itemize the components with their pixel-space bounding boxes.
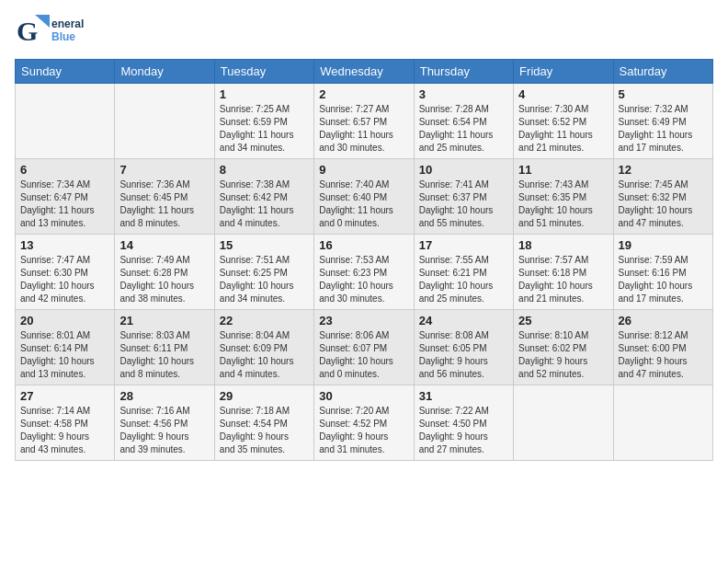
week-row-5: 27Sunrise: 7:14 AMSunset: 4:58 PMDayligh…: [16, 385, 713, 461]
day-number: 19: [619, 238, 708, 252]
day-info: Sunrise: 7:38 AMSunset: 6:42 PMDaylight:…: [220, 178, 309, 230]
day-cell: [514, 385, 613, 461]
day-number: 9: [319, 163, 408, 177]
day-number: 31: [419, 389, 508, 403]
day-number: 29: [220, 389, 309, 403]
day-number: 24: [419, 314, 508, 327]
day-cell: 27Sunrise: 7:14 AMSunset: 4:58 PMDayligh…: [16, 385, 115, 461]
day-cell: 7Sunrise: 7:36 AMSunset: 6:45 PMDaylight…: [115, 159, 214, 235]
day-info: Sunrise: 7:43 AMSunset: 6:35 PMDaylight:…: [518, 178, 608, 230]
day-cell: 5Sunrise: 7:32 AMSunset: 6:49 PMDaylight…: [613, 84, 712, 159]
week-row-2: 6Sunrise: 7:34 AMSunset: 6:47 PMDaylight…: [16, 159, 713, 235]
day-number: 18: [518, 238, 608, 252]
day-info: Sunrise: 7:30 AMSunset: 6:52 PMDaylight:…: [518, 103, 608, 155]
day-cell: 20Sunrise: 8:01 AMSunset: 6:14 PMDayligh…: [16, 310, 115, 385]
day-info: Sunrise: 8:12 AMSunset: 6:00 PMDaylight:…: [619, 329, 708, 381]
day-cell: 22Sunrise: 8:04 AMSunset: 6:09 PMDayligh…: [214, 310, 313, 385]
day-info: Sunrise: 7:27 AMSunset: 6:57 PMDaylight:…: [319, 103, 408, 155]
day-info: Sunrise: 7:14 AMSunset: 4:58 PMDaylight:…: [20, 405, 109, 456]
day-info: Sunrise: 8:01 AMSunset: 6:14 PMDaylight:…: [20, 329, 109, 381]
day-cell: 30Sunrise: 7:20 AMSunset: 4:52 PMDayligh…: [314, 385, 414, 461]
day-number: 23: [319, 314, 408, 327]
week-row-4: 20Sunrise: 8:01 AMSunset: 6:14 PMDayligh…: [16, 310, 713, 385]
day-number: 25: [518, 314, 608, 327]
day-cell: 12Sunrise: 7:45 AMSunset: 6:32 PMDayligh…: [613, 159, 712, 235]
day-cell: 8Sunrise: 7:38 AMSunset: 6:42 PMDaylight…: [214, 159, 313, 235]
day-cell: 6Sunrise: 7:34 AMSunset: 6:47 PMDaylight…: [16, 159, 115, 235]
day-cell: 4Sunrise: 7:30 AMSunset: 6:52 PMDaylight…: [514, 84, 613, 159]
day-number: 26: [619, 314, 708, 327]
week-row-1: 1Sunrise: 7:25 AMSunset: 6:59 PMDaylight…: [16, 84, 713, 159]
day-info: Sunrise: 7:55 AMSunset: 6:21 PMDaylight:…: [419, 254, 508, 305]
day-number: 20: [20, 314, 109, 327]
day-info: Sunrise: 7:40 AMSunset: 6:40 PMDaylight:…: [319, 178, 408, 230]
day-number: 17: [419, 238, 508, 252]
day-number: 21: [119, 314, 209, 327]
day-info: Sunrise: 7:47 AMSunset: 6:30 PMDaylight:…: [20, 254, 109, 305]
day-number: 8: [220, 163, 309, 177]
day-info: Sunrise: 8:06 AMSunset: 6:07 PMDaylight:…: [319, 329, 408, 381]
day-cell: 21Sunrise: 8:03 AMSunset: 6:11 PMDayligh…: [115, 310, 214, 385]
day-info: Sunrise: 8:08 AMSunset: 6:05 PMDaylight:…: [419, 329, 508, 381]
day-info: Sunrise: 7:45 AMSunset: 6:32 PMDaylight:…: [619, 178, 708, 230]
day-number: 4: [518, 87, 608, 101]
svg-text:Blue: Blue: [51, 30, 75, 43]
day-info: Sunrise: 7:22 AMSunset: 4:50 PMDaylight:…: [419, 405, 508, 456]
day-info: Sunrise: 7:28 AMSunset: 6:54 PMDaylight:…: [419, 103, 508, 155]
day-cell: 26Sunrise: 8:12 AMSunset: 6:00 PMDayligh…: [613, 310, 712, 385]
day-info: Sunrise: 8:03 AMSunset: 6:11 PMDaylight:…: [119, 329, 209, 381]
page: G eneral Blue SundayMondayTue: [0, 0, 728, 563]
day-info: Sunrise: 7:51 AMSunset: 6:25 PMDaylight:…: [220, 254, 309, 305]
day-info: Sunrise: 7:49 AMSunset: 6:28 PMDaylight:…: [119, 254, 209, 305]
header: G eneral Blue: [15, 11, 713, 55]
calendar-table: SundayMondayTuesdayWednesdayThursdayFrid…: [15, 59, 713, 461]
weekday-header-row: SundayMondayTuesdayWednesdayThursdayFrid…: [16, 60, 713, 84]
day-info: Sunrise: 7:53 AMSunset: 6:23 PMDaylight:…: [319, 254, 408, 305]
weekday-header-sunday: Sunday: [16, 60, 115, 84]
day-cell: 16Sunrise: 7:53 AMSunset: 6:23 PMDayligh…: [314, 235, 414, 310]
logo: G eneral Blue: [15, 11, 97, 55]
day-info: Sunrise: 8:10 AMSunset: 6:02 PMDaylight:…: [518, 329, 608, 381]
day-info: Sunrise: 8:04 AMSunset: 6:09 PMDaylight:…: [220, 329, 309, 381]
day-info: Sunrise: 7:32 AMSunset: 6:49 PMDaylight:…: [619, 103, 708, 155]
day-number: 2: [319, 87, 408, 101]
day-cell: 31Sunrise: 7:22 AMSunset: 4:50 PMDayligh…: [414, 385, 513, 461]
day-info: Sunrise: 7:18 AMSunset: 4:54 PMDaylight:…: [220, 405, 309, 456]
day-cell: 29Sunrise: 7:18 AMSunset: 4:54 PMDayligh…: [214, 385, 313, 461]
day-number: 1: [220, 87, 309, 101]
day-cell: 13Sunrise: 7:47 AMSunset: 6:30 PMDayligh…: [16, 235, 115, 310]
logo-svg: G eneral Blue: [15, 11, 96, 52]
day-cell: 2Sunrise: 7:27 AMSunset: 6:57 PMDaylight…: [314, 84, 414, 159]
weekday-header-thursday: Thursday: [414, 60, 513, 84]
day-cell: 14Sunrise: 7:49 AMSunset: 6:28 PMDayligh…: [115, 235, 214, 310]
day-info: Sunrise: 7:59 AMSunset: 6:16 PMDaylight:…: [619, 254, 708, 305]
weekday-header-tuesday: Tuesday: [214, 60, 313, 84]
day-number: 10: [419, 163, 508, 177]
day-info: Sunrise: 7:34 AMSunset: 6:47 PMDaylight:…: [20, 178, 109, 230]
day-number: 5: [619, 87, 708, 101]
day-info: Sunrise: 7:25 AMSunset: 6:59 PMDaylight:…: [220, 103, 309, 155]
day-cell: 23Sunrise: 8:06 AMSunset: 6:07 PMDayligh…: [314, 310, 414, 385]
svg-text:G: G: [17, 16, 38, 46]
weekday-header-saturday: Saturday: [613, 60, 712, 84]
weekday-header-wednesday: Wednesday: [314, 60, 414, 84]
day-number: 16: [319, 238, 408, 252]
day-cell: 10Sunrise: 7:41 AMSunset: 6:37 PMDayligh…: [414, 159, 513, 235]
day-cell: 28Sunrise: 7:16 AMSunset: 4:56 PMDayligh…: [115, 385, 214, 461]
day-cell: 17Sunrise: 7:55 AMSunset: 6:21 PMDayligh…: [414, 235, 513, 310]
day-cell: [16, 84, 115, 159]
day-number: 27: [20, 389, 109, 403]
svg-text:eneral: eneral: [51, 17, 84, 30]
day-info: Sunrise: 7:57 AMSunset: 6:18 PMDaylight:…: [518, 254, 608, 305]
day-number: 6: [20, 163, 109, 177]
day-cell: 1Sunrise: 7:25 AMSunset: 6:59 PMDaylight…: [214, 84, 313, 159]
day-number: 30: [319, 389, 408, 403]
day-info: Sunrise: 7:41 AMSunset: 6:37 PMDaylight:…: [419, 178, 508, 230]
day-number: 3: [419, 87, 508, 101]
day-cell: 15Sunrise: 7:51 AMSunset: 6:25 PMDayligh…: [214, 235, 313, 310]
day-number: 13: [20, 238, 109, 252]
day-cell: [115, 84, 214, 159]
day-info: Sunrise: 7:16 AMSunset: 4:56 PMDaylight:…: [119, 405, 209, 456]
day-cell: 9Sunrise: 7:40 AMSunset: 6:40 PMDaylight…: [314, 159, 414, 235]
day-number: 7: [119, 163, 209, 177]
